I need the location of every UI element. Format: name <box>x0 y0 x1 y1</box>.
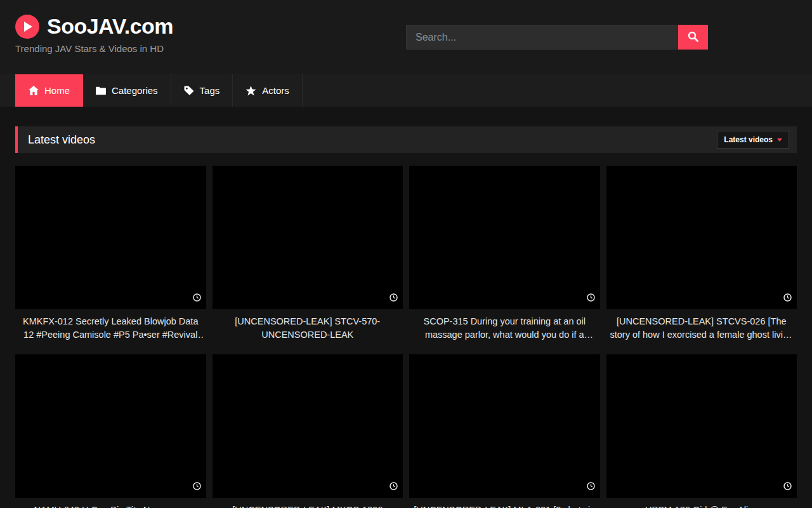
video-title[interactable]: SCOP-315 During your training at an oil … <box>412 315 598 341</box>
video-title[interactable]: [UNCENSORED-LEAK] STCVS-026 [The story o… <box>609 315 795 341</box>
video-title[interactable]: UPSM-186 Girl @ Era Alice <box>609 504 795 508</box>
site-header: SooJAV.com Trending JAV Stars & Videos i… <box>0 0 812 74</box>
main-content: Latest videos Latest videos KMKFX-01 <box>0 126 812 508</box>
clock-icon <box>390 293 398 304</box>
nav-item-home[interactable]: Home <box>15 74 83 107</box>
video-title[interactable]: NAMU-042 H Cup Big Tits Newcomer (170cm … <box>18 504 204 508</box>
nav-item-tags[interactable]: Tags <box>171 74 233 107</box>
search-form <box>406 25 708 50</box>
site-logo-text: SooJAV.com <box>47 14 173 39</box>
video-thumbnail[interactable] <box>213 166 403 309</box>
section-title: Latest videos <box>28 133 95 147</box>
video-thumbnail[interactable] <box>213 354 403 498</box>
video-grid: KMKFX-012 Secretly Leaked Blowjob Data 1… <box>15 166 797 508</box>
star-icon <box>246 86 256 96</box>
logo-link[interactable]: SooJAV.com <box>15 14 173 39</box>
video-thumbnail[interactable] <box>409 354 600 498</box>
video-thumbnail[interactable] <box>15 166 206 309</box>
home-icon <box>29 86 39 95</box>
sort-dropdown[interactable]: Latest videos <box>717 131 789 149</box>
clock-icon <box>193 481 201 493</box>
search-button[interactable] <box>678 25 708 50</box>
nav-label: Categories <box>112 85 158 96</box>
video-title[interactable]: KMKFX-012 Secretly Leaked Blowjob Data 1… <box>18 315 204 341</box>
video-card[interactable]: [UNCENSORED-LEAK] MLA-231 [3 shots in <box>409 354 600 508</box>
tag-icon <box>184 86 194 95</box>
video-card[interactable]: [UNCENSORED-LEAK] STCVS-026 [The story o… <box>606 166 797 341</box>
video-card[interactable]: UPSM-186 Girl @ Era Alice <box>606 354 797 508</box>
folder-icon <box>96 86 106 95</box>
clock-icon <box>193 293 201 304</box>
video-title[interactable]: [UNCENSORED-LEAK] STCV-570-UNCENSORED-LE… <box>215 315 401 341</box>
clock-icon <box>390 481 398 493</box>
video-thumbnail[interactable] <box>15 354 206 498</box>
clock-icon <box>783 481 792 493</box>
nav-label: Actors <box>262 85 289 96</box>
nav-item-actors[interactable]: Actors <box>233 74 303 107</box>
nav-label: Home <box>44 85 70 96</box>
site-tagline: Trending JAV Stars & Videos in HD <box>15 43 173 54</box>
caret-down-icon <box>777 138 782 142</box>
nav-label: Tags <box>200 85 220 96</box>
video-thumbnail[interactable] <box>606 354 797 498</box>
video-thumbnail[interactable] <box>409 166 600 309</box>
video-card[interactable]: [UNCENSORED-LEAK] MXGS-1306 Absolutely <box>213 354 403 508</box>
main-nav: Home Categories Tags Actors <box>0 74 812 107</box>
nav-item-categories[interactable]: Categories <box>83 74 171 107</box>
clock-icon <box>587 481 595 493</box>
search-icon <box>688 31 698 44</box>
clock-icon <box>783 293 792 304</box>
clock-icon <box>587 293 595 304</box>
video-card[interactable]: KMKFX-012 Secretly Leaked Blowjob Data 1… <box>15 166 206 341</box>
video-title[interactable]: [UNCENSORED-LEAK] MXGS-1306 Absolutely <box>215 504 401 508</box>
video-title[interactable]: [UNCENSORED-LEAK] MLA-231 [3 shots in <box>412 504 598 508</box>
search-input[interactable] <box>406 25 678 50</box>
video-card[interactable]: SCOP-315 During your training at an oil … <box>409 166 600 341</box>
play-icon <box>15 15 39 39</box>
video-card[interactable]: [UNCENSORED-LEAK] STCV-570-UNCENSORED-LE… <box>213 166 403 341</box>
section-header: Latest videos Latest videos <box>15 126 797 153</box>
sort-dropdown-label: Latest videos <box>724 135 773 144</box>
brand: SooJAV.com Trending JAV Stars & Videos i… <box>15 14 173 54</box>
video-thumbnail[interactable] <box>606 166 797 309</box>
video-card[interactable]: NAMU-042 H Cup Big Tits Newcomer (170cm … <box>15 354 206 508</box>
